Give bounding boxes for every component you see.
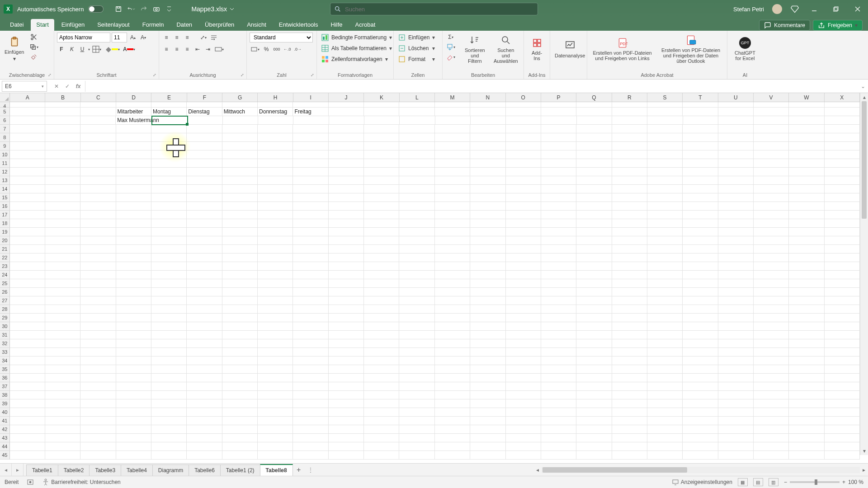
cell-K37[interactable] [364,382,399,391]
cell-N25[interactable] [470,279,505,288]
cell-T8[interactable] [683,133,718,142]
cell-K22[interactable] [364,253,399,262]
cell-S14[interactable] [647,185,683,193]
cell-Q15[interactable] [576,193,612,202]
cell-W41[interactable] [789,417,824,425]
cell-B39[interactable] [45,399,80,408]
col-header-T[interactable]: T [683,93,718,102]
cell-C7[interactable] [80,125,116,133]
cell-T19[interactable] [683,228,718,236]
cell-I40[interactable] [293,408,328,417]
cell-U29[interactable] [718,314,754,322]
cell-C16[interactable] [80,202,116,211]
cell-T7[interactable] [683,125,718,133]
cell-S25[interactable] [647,279,683,288]
row-header-28[interactable]: 28 [0,305,10,314]
cell-P41[interactable] [541,417,576,425]
cell-G15[interactable] [222,193,258,202]
cell-O24[interactable] [506,271,541,279]
cell-W20[interactable] [789,236,824,245]
sheet-tab-tabelle1[interactable]: Tabelle1 [26,465,58,476]
cell-B27[interactable] [45,296,80,305]
cell-I10[interactable] [293,150,328,159]
enter-formula-button[interactable]: ✓ [62,81,72,91]
cell-K7[interactable] [364,125,399,133]
undo-icon[interactable] [127,5,135,13]
ribbon-tab-überprüfen[interactable]: Überprüfen [199,19,240,31]
cell-K6[interactable] [364,116,400,125]
cell-G35[interactable] [222,365,258,374]
cut-button[interactable] [28,33,39,42]
align-bottom-button[interactable]: ≡ [183,33,192,42]
cell-A39[interactable] [10,399,45,408]
cell-K19[interactable] [364,228,399,236]
cell-O39[interactable] [506,399,541,408]
cell-T9[interactable] [683,142,718,150]
cell-N11[interactable] [470,159,505,168]
cell-E33[interactable] [151,348,187,357]
cell-C11[interactable] [80,159,116,168]
cell-I19[interactable] [293,228,328,236]
cell-S15[interactable] [647,193,683,202]
cell-F26[interactable] [187,288,222,296]
cell-E17[interactable] [151,211,187,219]
cell-K18[interactable] [364,219,399,228]
cell-T44[interactable] [683,442,718,451]
cell-A16[interactable] [10,202,45,211]
cell-O43[interactable] [506,434,541,442]
cell-R41[interactable] [612,417,647,425]
cell-W18[interactable] [789,219,824,228]
cell-D7[interactable] [116,125,151,133]
cell-L38[interactable] [399,391,434,399]
cell-U42[interactable] [718,425,754,434]
cell-J13[interactable] [329,176,364,185]
cell-E38[interactable] [151,391,187,399]
cell-N40[interactable] [470,408,505,417]
cell-I11[interactable] [293,159,328,168]
cell-L33[interactable] [399,348,434,357]
cell-D11[interactable] [116,159,151,168]
cell-M18[interactable] [435,219,470,228]
cell-X21[interactable] [825,245,860,253]
cell-P26[interactable] [541,288,576,296]
cell-P20[interactable] [541,236,576,245]
cell-V27[interactable] [754,296,789,305]
cell-U23[interactable] [718,262,754,271]
cell-G30[interactable] [222,322,258,331]
cell-I33[interactable] [293,348,328,357]
cell-C15[interactable] [80,193,116,202]
cell-A7[interactable] [10,125,45,133]
ribbon-tab-hilfe[interactable]: Hilfe [326,19,348,31]
cell-X23[interactable] [825,262,860,271]
font-launcher[interactable]: ⤢ [152,72,157,78]
cell-L43[interactable] [399,434,434,442]
zoom-out-button[interactable]: − [784,479,787,485]
ribbon-tab-acrobat[interactable]: Acrobat [350,19,381,31]
cell-E6[interactable] [152,116,187,125]
cell-B37[interactable] [45,382,80,391]
cell-V42[interactable] [754,425,789,434]
cell-E45[interactable] [151,451,187,460]
fill-button[interactable]: ▾ [445,42,456,52]
cell-J32[interactable] [329,339,364,348]
cell-M35[interactable] [435,365,470,374]
cell-Q43[interactable] [576,434,612,442]
cell-G8[interactable] [222,133,258,142]
cell-U18[interactable] [718,219,754,228]
row-header-15[interactable]: 15 [0,193,10,202]
cell-L30[interactable] [399,322,434,331]
cell-L12[interactable] [399,168,434,176]
cell-W40[interactable] [789,408,824,417]
cell-U26[interactable] [718,288,754,296]
cell-C28[interactable] [80,305,116,314]
row-header-37[interactable]: 37 [0,382,10,391]
cell-Q28[interactable] [576,305,612,314]
cell-J18[interactable] [329,219,364,228]
cell-I23[interactable] [293,262,328,271]
cell-D14[interactable] [116,185,151,193]
cell-W5[interactable] [789,108,824,116]
cell-Q31[interactable] [576,331,612,339]
cell-G24[interactable] [222,271,258,279]
cell-O15[interactable] [506,193,541,202]
cell-S29[interactable] [647,314,683,322]
